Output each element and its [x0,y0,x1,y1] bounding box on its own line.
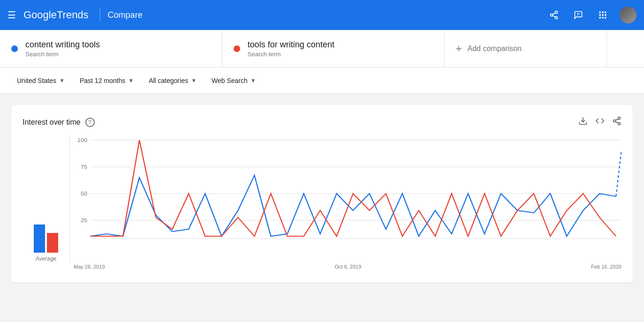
category-chevron: ▼ [191,77,197,84]
search-term-1[interactable]: content writing tools Search term [0,30,222,67]
main-content: Interest over time ? [0,94,644,294]
term-content-1: content writing tools Search term [25,40,100,58]
avg-bar-red [47,233,58,253]
header-divider [100,8,100,22]
time-label: Past 12 months [80,77,125,84]
region-chevron: ▼ [59,77,65,84]
svg-point-1 [551,14,553,16]
term-name-1: content writing tools [25,40,100,50]
search-term-2[interactable]: tools for writing content Search term [222,30,445,67]
svg-point-18 [614,120,616,122]
avatar[interactable] [620,7,636,23]
svg-rect-14 [602,17,603,18]
x-label-2: Oct 6, 2019 [334,264,361,270]
download-icon[interactable] [578,116,588,128]
chart-actions [578,116,621,128]
plus-icon: + [456,43,462,55]
apps-icon[interactable] [595,7,610,22]
search-bar: content writing tools Search term tools … [0,30,644,67]
chart-body: Average 100 75 [23,135,621,271]
add-comparison-button[interactable]: + Add comparison [445,30,606,67]
graph-container: 100 75 50 25 [70,135,621,271]
chart-title-group: Interest over time ? [23,118,95,127]
google-text: Google [23,9,57,21]
avg-bar-blue [34,225,45,253]
svg-line-4 [553,13,555,14]
svg-rect-11 [602,14,603,15]
chart-card: Interest over time ? [11,105,633,283]
empty-column [606,30,644,67]
chart-header: Interest over time ? [23,116,621,128]
chart-share-icon[interactable] [612,116,621,128]
svg-rect-8 [602,12,603,13]
search-type-chevron: ▼ [250,77,256,84]
chart-title: Interest over time [23,118,81,127]
feedback-icon[interactable] [571,7,586,22]
svg-rect-12 [605,14,606,15]
help-icon[interactable]: ? [85,118,95,127]
svg-rect-15 [605,17,606,18]
svg-text:25: 25 [81,217,88,224]
svg-rect-9 [605,12,606,13]
region-filter[interactable]: United States ▼ [11,73,70,88]
filter-bar: United States ▼ Past 12 months ▼ All cat… [0,67,644,94]
time-chevron: ▼ [128,77,134,84]
term-dot-2 [234,45,240,52]
svg-text:50: 50 [81,191,88,197]
region-label: United States [17,77,56,84]
svg-line-21 [615,119,618,120]
header: ☰ Google Trends Compare [0,0,644,30]
svg-point-19 [618,122,621,125]
time-filter[interactable]: Past 12 months ▼ [74,73,139,88]
svg-line-3 [553,15,555,17]
chart-svg: 100 75 50 25 [74,135,621,248]
svg-point-2 [555,16,558,19]
embed-icon[interactable] [595,116,605,128]
term-name-2: tools for writing content [248,40,334,50]
avg-bars [34,225,58,253]
term-type-2: Search term [248,51,334,58]
svg-rect-13 [599,17,601,18]
x-label-3: Feb 16, 2020 [591,264,621,270]
blue-dotted-line [616,150,621,196]
x-axis-labels: May 26, 2019 Oct 6, 2019 Feb 16, 2020 [74,262,621,271]
svg-point-17 [618,117,621,120]
trends-text: Trends [57,9,89,21]
red-line [90,140,616,236]
svg-line-20 [615,121,618,123]
svg-point-0 [555,11,558,14]
graph-area: 100 75 50 25 [74,135,621,262]
header-actions [546,7,636,23]
x-label-1: May 26, 2019 [74,264,105,270]
avg-label: Average [36,255,56,262]
term-content-2: tools for writing content Search term [248,40,334,58]
category-filter[interactable]: All categories ▼ [143,73,202,88]
avg-section: Average [23,135,69,271]
share-icon[interactable] [546,7,561,22]
svg-rect-7 [599,12,601,13]
add-comparison-label: Add comparison [467,45,522,53]
compare-label: Compare [108,10,143,20]
term-type-1: Search term [25,51,100,58]
search-type-filter[interactable]: Web Search ▼ [206,73,262,88]
svg-text:100: 100 [77,137,88,143]
header-logo: Google Trends [23,9,89,21]
search-type-label: Web Search [212,77,248,84]
menu-icon[interactable]: ☰ [8,9,16,21]
category-label: All categories [149,77,188,84]
svg-text:75: 75 [81,164,88,170]
svg-rect-10 [599,14,601,15]
term-dot-1 [11,45,18,52]
